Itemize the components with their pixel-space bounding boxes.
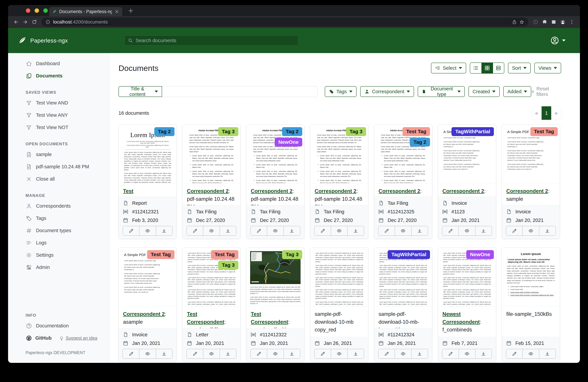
view-button[interactable]	[459, 349, 475, 359]
view-button[interactable]	[395, 226, 411, 236]
select-button[interactable]: Select	[431, 63, 466, 73]
user-menu[interactable]	[550, 28, 566, 53]
tag-badge[interactable]: Tag 2	[154, 127, 174, 136]
view-button[interactable]	[523, 226, 539, 236]
filter-added-dropdown[interactable]: Added	[503, 86, 531, 97]
edit-button[interactable]	[315, 349, 331, 359]
document-preview[interactable]: Lorem ipsum dolor sit amet, consectetur …	[310, 248, 368, 306]
document-preview[interactable]: Adobe Acrobat PDF FilesLorem ipsum dolor…	[374, 125, 432, 183]
maximize-window-button[interactable]	[43, 8, 48, 13]
edit-button[interactable]	[123, 349, 139, 359]
edit-button[interactable]	[123, 226, 139, 236]
download-button[interactable]	[539, 226, 556, 236]
edit-button[interactable]	[251, 349, 267, 359]
share-icon[interactable]	[511, 18, 518, 26]
sidebar-open-document[interactable]: pdf-sample 10.24.48 PM	[8, 161, 109, 173]
sidebar-item-documents[interactable]: Documents	[8, 70, 109, 82]
view-button[interactable]	[139, 226, 156, 236]
correspondent-link[interactable]: Test Correspondent	[123, 188, 160, 197]
download-button[interactable]	[411, 349, 428, 359]
correspondent-link[interactable]: Test Correspondent	[251, 311, 288, 325]
view-button[interactable]	[331, 349, 347, 359]
view-button[interactable]	[139, 349, 156, 359]
pagination-next-button[interactable]: »	[551, 106, 561, 120]
tag-badge[interactable]: Test Tag	[147, 250, 174, 259]
tag-badge[interactable]: NewOne	[466, 250, 494, 259]
tag-badge[interactable]: TagWithPartial	[388, 250, 430, 259]
sidebar-item-github[interactable]: GitHub Suggest an idea	[8, 332, 109, 344]
browser-profile-avatar[interactable]	[559, 18, 567, 26]
edit-button[interactable]	[251, 226, 267, 236]
download-button[interactable]	[220, 226, 236, 236]
view-list-button[interactable]	[470, 63, 482, 73]
edit-button[interactable]	[506, 349, 523, 359]
tag-badge[interactable]: TagWithPartial	[452, 127, 494, 136]
document-preview[interactable]: Lorem ipsum dolor sit amet, consectetur …	[374, 248, 432, 306]
sidebar-item-admin[interactable]: Admin	[8, 261, 109, 274]
view-button[interactable]	[267, 226, 283, 236]
view-button[interactable]	[267, 349, 283, 359]
tag-badge[interactable]: Tag 3	[282, 250, 302, 259]
back-button[interactable]	[12, 18, 20, 26]
tag-badge[interactable]: Tag 3	[218, 261, 238, 270]
document-preview[interactable]: Lorem ipsum dolor sit amet, consectetur …	[183, 248, 240, 306]
document-preview[interactable]: Lorem ipsum dolor sit amet, consectetur …	[438, 248, 496, 306]
sidebar-item-dashboard[interactable]: Dashboard	[8, 58, 109, 70]
correspondent-link[interactable]: Correspondent 2	[187, 188, 229, 194]
correspondent-link[interactable]: Correspondent 2	[378, 188, 420, 194]
filter-correspondent-dropdown[interactable]: Correspondent	[360, 86, 414, 97]
document-preview[interactable]: A Simple PDF FileLorem ipsum dolor sit a…	[438, 125, 496, 183]
document-preview[interactable]: Lorem Ipsum"Lorem ipsum dolor sit amet, …	[119, 125, 176, 183]
edit-button[interactable]	[506, 226, 523, 236]
document-preview[interactable]: Lorem ipsumLorem ipsum dolor sit amet, c…	[502, 248, 560, 306]
download-button[interactable]	[220, 349, 236, 359]
download-button[interactable]	[156, 349, 172, 359]
filter-document-type-dropdown[interactable]: Document type	[418, 86, 465, 97]
download-button[interactable]	[284, 349, 300, 359]
edit-button[interactable]	[378, 349, 395, 359]
suggest-idea-link[interactable]: Suggest an idea	[59, 336, 97, 341]
document-preview[interactable]: A Simple PDF FileLorem ipsum dolor sit a…	[119, 248, 176, 306]
sort-button[interactable]: Sort	[508, 63, 531, 73]
tag-badge[interactable]: Test Tag	[530, 127, 558, 136]
download-button[interactable]	[347, 349, 364, 359]
correspondent-link[interactable]: Correspondent 2	[251, 188, 293, 194]
edit-button[interactable]	[315, 226, 331, 236]
edit-button[interactable]	[442, 349, 459, 359]
sidebar-saved-view[interactable]: Test View ANY	[8, 109, 109, 121]
tag-badge[interactable]: NewOne	[275, 138, 302, 147]
correspondent-link[interactable]: Correspondent 2	[506, 188, 548, 194]
bookmark-star-icon[interactable]	[518, 18, 525, 26]
sidebar-open-document[interactable]: sample	[8, 148, 109, 161]
reload-button[interactable]	[30, 18, 38, 26]
tag-badge[interactable]: Tag 2	[282, 127, 302, 136]
view-button[interactable]	[203, 226, 220, 236]
correspondent-link[interactable]: Test Correspondent	[187, 311, 224, 325]
view-button[interactable]	[203, 349, 220, 359]
view-button[interactable]	[331, 226, 347, 236]
minimize-window-button[interactable]	[35, 8, 39, 13]
sidebar-item-logs[interactable]: Logs	[8, 237, 109, 249]
download-button[interactable]	[156, 226, 172, 236]
extension-badge-icon[interactable]	[531, 18, 540, 26]
tag-badge[interactable]: Tag 3	[218, 127, 238, 136]
side-panel-icon[interactable]	[550, 18, 558, 26]
download-button[interactable]	[539, 349, 556, 359]
forward-button[interactable]	[21, 18, 29, 26]
new-tab-button[interactable]	[127, 7, 134, 14]
filter-tags-dropdown[interactable]: Tags	[325, 86, 357, 97]
view-grid-button[interactable]	[482, 63, 493, 73]
extensions-puzzle-icon[interactable]	[541, 18, 549, 26]
close-window-button[interactable]	[26, 8, 30, 13]
views-button[interactable]: Views	[534, 63, 561, 73]
document-preview[interactable]: A Simple PDF FileLorem ipsum dolor sit a…	[502, 125, 560, 183]
filter-text-input[interactable]	[162, 86, 318, 97]
tag-badge[interactable]: Test Tag	[211, 250, 238, 259]
document-thumbnail[interactable]: Lorem ipsumLorem ipsum dolor sit amet, c…	[502, 248, 560, 306]
sidebar-item-document-types[interactable]: Document types	[8, 224, 109, 237]
site-info-icon[interactable]	[45, 20, 50, 24]
document-preview[interactable]: Adobe Acrobat PDF FilesLorem ipsum dolor…	[183, 125, 240, 183]
address-bar[interactable]: localhost:4200/documents	[41, 18, 528, 26]
download-button[interactable]	[411, 226, 428, 236]
download-button[interactable]	[347, 226, 364, 236]
